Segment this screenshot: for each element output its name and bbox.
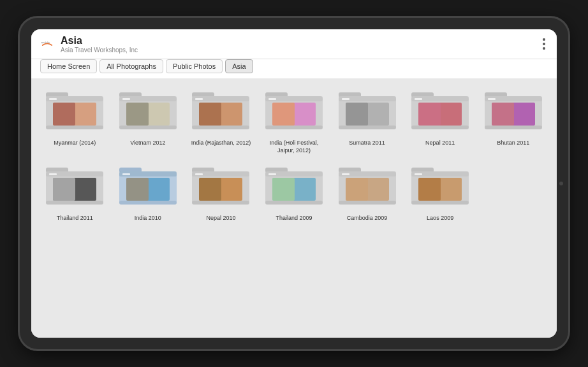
svg-rect-72 [119, 201, 177, 205]
svg-rect-7 [53, 103, 75, 126]
svg-rect-44 [415, 98, 422, 100]
folder-item[interactable]: Nepal 2011 [407, 86, 474, 154]
svg-rect-100 [415, 173, 422, 175]
folder-icon [116, 86, 180, 137]
svg-rect-48 [411, 126, 469, 129]
tab-public-photos[interactable]: Public Photos [166, 59, 223, 73]
svg-rect-28 [268, 98, 276, 100]
page-title: Asia [61, 34, 540, 47]
svg-rect-32 [265, 126, 323, 129]
folder-item[interactable]: Laos 2009 [407, 161, 474, 222]
folder-label: Nepal 2010 [206, 215, 235, 222]
screen: zenfolio Asia Asia Travel Workshops, Inc… [31, 29, 557, 338]
folder-item[interactable]: India (Rajasthan, 2012) [187, 86, 254, 154]
page-subtitle: Asia Travel Workshops, Inc [61, 47, 540, 54]
folder-label: Vietnam 2012 [130, 140, 165, 147]
folder-label: Thailand 2009 [276, 215, 312, 222]
folder-label: Thailand 2011 [57, 215, 93, 222]
tab-home-screen[interactable]: Home Screen [40, 59, 97, 73]
folder-icon [189, 161, 253, 212]
folder-item[interactable]: Thailand 2011 [41, 161, 108, 222]
folder-label: Nepal 2011 [425, 140, 455, 147]
folder-label: India (Holi Festival, Jaipur, 2012) [262, 140, 326, 154]
svg-rect-56 [485, 126, 542, 129]
svg-rect-39 [346, 103, 368, 126]
folder-item[interactable]: Cambodia 2009 [334, 161, 401, 222]
folder-item[interactable]: Vietnam 2012 [115, 86, 182, 154]
folder-icon [335, 161, 399, 212]
svg-rect-79 [199, 178, 221, 201]
menu-dot-1 [543, 38, 545, 41]
zenfolio-logo-icon: zenfolio [40, 40, 54, 48]
svg-rect-20 [195, 98, 203, 100]
svg-rect-88 [265, 201, 323, 205]
folder-item[interactable]: India (Holi Festival, Jaipur, 2012) [261, 86, 328, 154]
svg-rect-95 [346, 178, 368, 201]
svg-rect-24 [192, 126, 249, 129]
svg-rect-40 [339, 126, 396, 129]
svg-rect-55 [492, 103, 514, 126]
svg-rect-87 [272, 178, 295, 201]
folder-label: Sumatra 2011 [349, 140, 385, 147]
folder-grid-row2: Thailand 2011 India 2010 Nepal 2010 [41, 161, 547, 222]
folder-icon [262, 86, 326, 137]
svg-rect-76 [195, 173, 203, 175]
menu-dot-3 [543, 47, 545, 50]
folder-item[interactable]: India 2010 [115, 161, 182, 222]
content-area: Myanmar (2014) Vietnam 2012 India (Rajas [31, 78, 557, 338]
menu-dot-2 [543, 43, 545, 45]
svg-rect-52 [488, 98, 496, 100]
folder-icon [43, 161, 107, 212]
svg-rect-64 [46, 201, 103, 205]
folder-icon [481, 86, 545, 137]
svg-rect-31 [272, 103, 295, 126]
svg-rect-15 [126, 103, 149, 126]
folder-item[interactable]: Sumatra 2011 [334, 86, 401, 154]
header-text: Asia Asia Travel Workshops, Inc [61, 34, 540, 54]
nav-tabs: Home Screen All Photographs Public Photo… [31, 59, 557, 78]
svg-rect-63 [53, 178, 75, 201]
tab-all-photographs[interactable]: All Photographs [99, 59, 163, 73]
svg-rect-23 [199, 103, 221, 126]
more-options-button[interactable] [540, 36, 548, 52]
folder-icon [408, 86, 472, 137]
zenfolio-logo-area: zenfolio [40, 40, 54, 48]
folder-item[interactable]: Nepal 2010 [187, 161, 254, 222]
svg-rect-4 [49, 98, 57, 100]
tablet-frame: zenfolio Asia Asia Travel Workshops, Inc… [20, 18, 568, 349]
svg-rect-103 [418, 178, 441, 201]
svg-rect-84 [268, 173, 276, 175]
folder-icon [408, 161, 472, 212]
folder-icon [116, 161, 180, 212]
folder-icon [335, 86, 399, 137]
svg-rect-16 [119, 126, 177, 129]
folder-item[interactable]: Bhutan 2011 [480, 86, 547, 154]
folder-item[interactable]: Myanmar (2014) [41, 86, 108, 154]
folder-icon [262, 161, 326, 212]
folder-label: India 2010 [135, 215, 161, 222]
folder-icon [189, 86, 253, 137]
svg-rect-92 [342, 173, 349, 175]
folder-label: India (Rajasthan, 2012) [191, 140, 251, 147]
folder-icon [43, 86, 107, 137]
svg-rect-80 [192, 201, 249, 205]
folder-label: Laos 2009 [427, 215, 453, 222]
svg-rect-104 [411, 201, 469, 205]
svg-rect-8 [46, 126, 103, 129]
svg-rect-47 [418, 103, 441, 126]
folder-label: Bhutan 2011 [497, 140, 529, 147]
svg-rect-96 [339, 201, 396, 205]
svg-rect-71 [126, 178, 149, 201]
header: zenfolio Asia Asia Travel Workshops, Inc [31, 29, 557, 59]
folder-grid-row1: Myanmar (2014) Vietnam 2012 India (Rajas [41, 86, 547, 154]
svg-rect-36 [342, 98, 349, 100]
camera-bump [559, 182, 563, 185]
svg-rect-68 [122, 173, 130, 175]
folder-label: Myanmar (2014) [54, 140, 96, 147]
folder-label: Cambodia 2009 [347, 215, 388, 222]
svg-rect-60 [49, 173, 57, 175]
folder-item[interactable]: Thailand 2009 [261, 161, 328, 222]
svg-rect-12 [122, 98, 130, 100]
tab-asia[interactable]: Asia [225, 59, 253, 73]
